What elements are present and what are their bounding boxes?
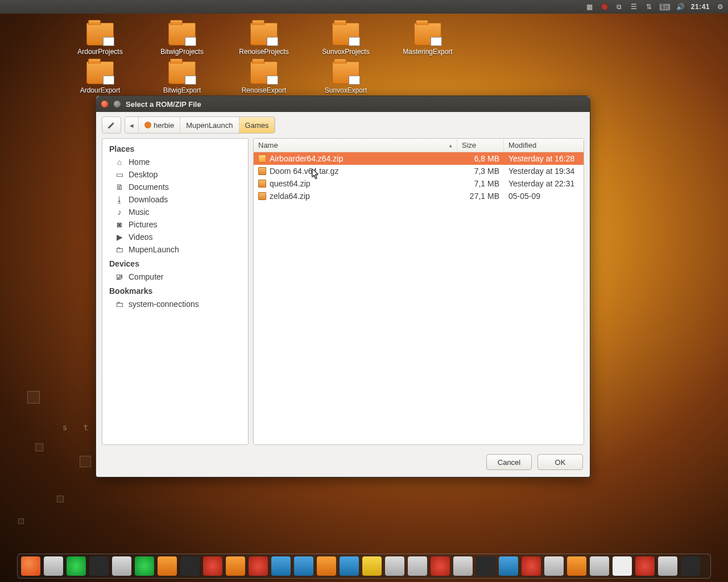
dock-app-5[interactable] (135, 556, 154, 576)
sidebar-item-videos[interactable]: ▶Videos (102, 231, 248, 243)
sidebar-item-mupenlaunch[interactable]: 🗀MupenLaunch (102, 243, 248, 256)
desktop-folder-label: ArdourProjects (77, 48, 122, 56)
breadcrumb: ◂ herbie MupenLaunch Games (125, 117, 275, 134)
desktop-folder[interactable]: BitwigExport (162, 61, 202, 94)
desktop-folder-label: BitwigExport (163, 86, 201, 94)
folder-icon: ⭳ (115, 195, 124, 204)
network-icon[interactable]: ⇅ (644, 2, 653, 11)
record-icon[interactable] (600, 2, 609, 11)
sidebar-item-label: system-connections (129, 300, 199, 309)
desktop-folder-label: MasteringExport (403, 48, 452, 56)
dock-app-9[interactable] (226, 556, 245, 576)
sidebar-item-music[interactable]: ♪Music (102, 206, 248, 218)
dock-app-16[interactable] (385, 556, 404, 576)
dock-app-2[interactable] (67, 556, 86, 576)
file-modified: 05-05-09 (504, 190, 584, 202)
desktop-folder[interactable]: RenoiseProjects (243, 23, 284, 56)
windows-icon[interactable]: ▦ (585, 2, 594, 11)
sidebar-item-pictures[interactable]: ◙Pictures (102, 218, 248, 231)
sidebar-item-downloads[interactable]: ⭳Downloads (102, 193, 248, 206)
dock (17, 554, 711, 579)
file-name: Doom 64.v64.tar.gz (270, 167, 338, 176)
path-back-button[interactable]: ◂ (125, 117, 139, 133)
dock-app-8[interactable] (203, 556, 222, 576)
dock-app-14[interactable] (340, 556, 359, 576)
dock-app-4[interactable] (112, 556, 131, 576)
dock-app-7[interactable] (180, 556, 200, 576)
dock-app-22[interactable] (522, 556, 541, 576)
path-segment-home[interactable]: herbie (139, 117, 180, 133)
ok-button[interactable]: OK (537, 454, 583, 470)
file-size: 6,8 MB (457, 152, 504, 165)
dock-app-27[interactable] (635, 556, 655, 576)
gear-icon[interactable]: ⚙ (715, 2, 725, 11)
dock-app-19[interactable] (453, 556, 473, 576)
desktop-folder-label: SunvoxExport (325, 86, 367, 94)
dock-app-6[interactable] (158, 556, 177, 576)
dock-app-0[interactable] (21, 556, 40, 576)
file-row[interactable]: Doom 64.v64.tar.gz7,3 MBYesterday at 19:… (254, 165, 584, 177)
file-modified: Yesterday at 22:31 (504, 177, 584, 190)
column-size[interactable]: Size (457, 139, 504, 152)
desktop-folder[interactable]: RenoiseExport (243, 61, 284, 94)
sidebar-item-desktop[interactable]: ▭Desktop (102, 168, 248, 181)
dock-app-11[interactable] (271, 556, 291, 576)
file-row[interactable]: zelda64.zip27,1 MB05-05-09 (254, 190, 584, 202)
sidebar-item-documents[interactable]: 🗎Documents (102, 181, 248, 193)
file-modified: Yesterday at 16:28 (504, 152, 584, 165)
folder-icon: 🖳 (115, 272, 124, 281)
dock-app-1[interactable] (44, 556, 63, 576)
sidebar-item-system-connections[interactable]: 🗀system-connections (102, 298, 248, 310)
sidebar-item-label: Downloads (129, 195, 168, 204)
dock-app-21[interactable] (499, 556, 518, 576)
dock-app-10[interactable] (249, 556, 268, 576)
close-icon[interactable] (101, 100, 109, 108)
calendar-icon[interactable]: ☰ (630, 2, 639, 11)
places-heading: Places (102, 141, 248, 156)
dock-app-12[interactable] (294, 556, 313, 576)
language-indicator[interactable]: En (659, 3, 671, 11)
dock-app-18[interactable] (431, 556, 450, 576)
dock-app-15[interactable] (362, 556, 382, 576)
file-row[interactable]: quest64.zip7,1 MBYesterday at 22:31 (254, 177, 584, 190)
volume-icon[interactable]: 🔊 (676, 2, 685, 11)
dock-app-17[interactable] (408, 556, 427, 576)
devices-heading: Devices (102, 256, 248, 271)
wifi-icon[interactable]: ⧉ (615, 2, 624, 11)
folder-icon: ▶ (115, 232, 124, 242)
sort-indicator-icon: ▴ (449, 143, 452, 148)
sidebar-item-label: Desktop (129, 170, 158, 179)
desktop-folder[interactable]: SunvoxProjects (325, 23, 366, 56)
dock-app-23[interactable] (544, 556, 564, 576)
dock-app-13[interactable] (317, 556, 336, 576)
sidebar-item-computer[interactable]: 🖳Computer (102, 271, 248, 283)
top-menubar: ▦ ⧉ ☰ ⇅ En 🔊 21:41 ⚙ (0, 0, 728, 14)
dock-app-28[interactable] (658, 556, 677, 576)
titlebar[interactable]: Select a ROM/ZIP File (96, 96, 590, 112)
desktop-folder[interactable]: ArdourProjects (80, 23, 121, 56)
sidebar-item-label: Documents (129, 182, 169, 192)
clock[interactable]: 21:41 (691, 3, 710, 11)
desktop-folder[interactable]: MasteringExport (407, 23, 448, 56)
dock-app-3[interactable] (89, 556, 109, 576)
dock-app-24[interactable] (567, 556, 586, 576)
dock-app-26[interactable] (613, 556, 632, 576)
desktop-folder[interactable]: BitwigProjects (162, 23, 202, 56)
desktop-folder[interactable]: SunvoxExport (325, 61, 366, 94)
column-modified[interactable]: Modified (504, 139, 584, 152)
path-segment[interactable]: MupenLaunch (180, 117, 239, 133)
dock-app-25[interactable] (590, 556, 609, 576)
path-segment-current[interactable]: Games (239, 117, 275, 133)
desktop-folder[interactable]: ArdourExport (80, 61, 121, 94)
column-name[interactable]: Name▴ (254, 139, 457, 152)
cancel-button[interactable]: Cancel (486, 454, 532, 470)
file-size: 27,1 MB (457, 190, 504, 202)
sidebar-item-label: MupenLaunch (129, 245, 179, 254)
edit-path-button[interactable] (102, 117, 121, 134)
desktop-folder-label: ArdourExport (80, 86, 121, 94)
dock-app-20[interactable] (476, 556, 495, 576)
file-row[interactable]: Airboarder64.z64.zip6,8 MBYesterday at 1… (254, 152, 584, 165)
sidebar-item-home[interactable]: ⌂Home (102, 156, 248, 168)
dock-app-29[interactable] (681, 556, 700, 576)
minimize-icon[interactable] (113, 100, 121, 108)
